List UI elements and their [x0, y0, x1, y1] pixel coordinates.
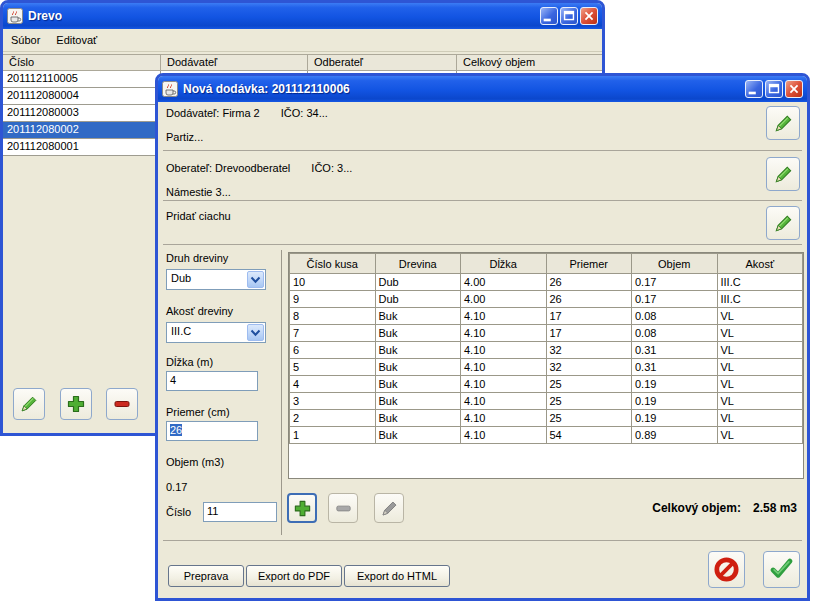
table-cell[interactable]: 0.17	[632, 274, 718, 291]
table-cell[interactable]: VL	[717, 308, 803, 325]
col-cislo[interactable]: Číslo	[3, 55, 161, 70]
table-cell[interactable]: Buk	[375, 427, 461, 444]
piece-number-input[interactable]: 11	[203, 502, 277, 522]
table-cell[interactable]: 4.00	[461, 274, 547, 291]
table-cell[interactable]: 25	[546, 376, 632, 393]
table-cell[interactable]: 4.00	[461, 291, 547, 308]
maximize-icon[interactable]	[765, 80, 783, 98]
piece-row[interactable]: 4Buk4.10250.19VL	[290, 376, 803, 393]
table-cell[interactable]: Dub	[375, 291, 461, 308]
close-x-icon[interactable]	[785, 80, 803, 98]
table-cell[interactable]: 1	[290, 427, 376, 444]
table-cell[interactable]: 2	[290, 410, 376, 427]
table-cell[interactable]: 0.19	[632, 376, 718, 393]
col-dodavatel[interactable]: Dodávateľ	[161, 55, 308, 70]
table-cell[interactable]: 10	[290, 274, 376, 291]
table-cell[interactable]: 0.31	[632, 359, 718, 376]
table-cell[interactable]: 8	[290, 308, 376, 325]
minimize-icon[interactable]	[540, 7, 558, 25]
chevron-down-icon[interactable]	[247, 324, 264, 341]
table-cell[interactable]: 0.08	[632, 308, 718, 325]
table-cell[interactable]: 0.19	[632, 393, 718, 410]
col-dlzka[interactable]: Dĺžka	[461, 254, 547, 274]
remove-shipment-button[interactable]	[106, 388, 138, 420]
col-drevina[interactable]: Drevina	[375, 254, 461, 274]
table-cell[interactable]: 4.10	[461, 427, 547, 444]
edit-supplier-button[interactable]	[766, 106, 800, 140]
table-cell[interactable]: VL	[717, 325, 803, 342]
remove-piece-button[interactable]	[328, 493, 358, 523]
table-cell[interactable]: VL	[717, 376, 803, 393]
table-cell[interactable]: VL	[717, 393, 803, 410]
edit-shipment-button[interactable]	[13, 388, 45, 420]
dialog-titlebar[interactable]: Nová dodávka: 201112110006	[158, 76, 807, 102]
col-odberatel[interactable]: Odberateľ	[308, 55, 457, 70]
table-cell[interactable]: 4	[290, 376, 376, 393]
table-cell[interactable]: Buk	[375, 393, 461, 410]
table-cell[interactable]: 0.17	[632, 291, 718, 308]
table-cell[interactable]: 5	[290, 359, 376, 376]
table-cell[interactable]: 4.10	[461, 325, 547, 342]
confirm-button[interactable]	[763, 551, 800, 588]
piece-row[interactable]: 3Buk4.10250.19VL	[290, 393, 803, 410]
col-akost[interactable]: Akosť	[717, 254, 803, 274]
piece-row[interactable]: 5Buk4.10320.31VL	[290, 359, 803, 376]
col-cislo-kusa[interactable]: Číslo kusa	[290, 254, 376, 274]
piece-row[interactable]: 1Buk4.10540.89VL	[290, 427, 803, 444]
table-cell[interactable]: 201112080003	[3, 105, 161, 122]
table-cell[interactable]: Buk	[375, 308, 461, 325]
chevron-down-icon[interactable]	[247, 271, 264, 288]
table-cell[interactable]: 25	[546, 410, 632, 427]
table-cell[interactable]: 26	[546, 274, 632, 291]
table-cell[interactable]: 201112080002	[3, 122, 161, 139]
table-cell[interactable]: Buk	[375, 359, 461, 376]
diameter-input[interactable]: 26	[166, 421, 258, 441]
add-piece-button[interactable]	[287, 493, 317, 523]
main-window-titlebar[interactable]: Drevo	[3, 3, 602, 29]
quality-select[interactable]: III.C	[166, 322, 266, 343]
table-cell[interactable]: III.C	[717, 291, 803, 308]
table-cell[interactable]: 4.10	[461, 342, 547, 359]
table-cell[interactable]: VL	[717, 410, 803, 427]
piece-row[interactable]: 10Dub4.00260.17III.C	[290, 274, 803, 291]
edit-customer-button[interactable]	[766, 157, 800, 191]
piece-row[interactable]: 2Buk4.10250.19VL	[290, 410, 803, 427]
table-cell[interactable]: Buk	[375, 376, 461, 393]
table-cell[interactable]: 201112080004	[3, 88, 161, 105]
table-cell[interactable]: 26	[546, 291, 632, 308]
close-x-icon[interactable]	[580, 7, 598, 25]
export-html-button[interactable]: Export do HTML	[344, 565, 450, 587]
table-cell[interactable]: 4.10	[461, 393, 547, 410]
wood-type-select[interactable]: Dub	[166, 269, 266, 290]
table-cell[interactable]: 32	[546, 359, 632, 376]
col-priemer[interactable]: Priemer	[546, 254, 632, 274]
table-cell[interactable]: 17	[546, 308, 632, 325]
table-cell[interactable]: 4.10	[461, 376, 547, 393]
table-cell[interactable]: 201112110005	[3, 71, 161, 88]
table-cell[interactable]: VL	[717, 342, 803, 359]
table-cell[interactable]: 25	[546, 393, 632, 410]
table-cell[interactable]: 9	[290, 291, 376, 308]
piece-row[interactable]: 6Buk4.10320.31VL	[290, 342, 803, 359]
table-cell[interactable]: 4.10	[461, 359, 547, 376]
table-cell[interactable]: 201112080001	[3, 139, 161, 156]
table-cell[interactable]: 4.10	[461, 308, 547, 325]
table-cell[interactable]: 7	[290, 325, 376, 342]
table-cell[interactable]: Buk	[375, 325, 461, 342]
table-cell[interactable]: 32	[546, 342, 632, 359]
table-cell[interactable]: 0.08	[632, 325, 718, 342]
minimize-icon[interactable]	[745, 80, 763, 98]
table-cell[interactable]: 6	[290, 342, 376, 359]
table-cell[interactable]: 17	[546, 325, 632, 342]
menu-subor[interactable]: Súbor	[3, 31, 48, 49]
add-shipment-button[interactable]	[60, 388, 92, 420]
table-cell[interactable]: Dub	[375, 274, 461, 291]
col-objem[interactable]: Objem	[632, 254, 718, 274]
table-cell[interactable]: 0.89	[632, 427, 718, 444]
preprava-button[interactable]: Preprava	[168, 565, 244, 587]
edit-piece-button[interactable]	[374, 493, 404, 523]
table-cell[interactable]: VL	[717, 359, 803, 376]
maximize-icon[interactable]	[560, 7, 578, 25]
export-pdf-button[interactable]: Export do PDF	[246, 565, 342, 587]
table-cell[interactable]: 54	[546, 427, 632, 444]
